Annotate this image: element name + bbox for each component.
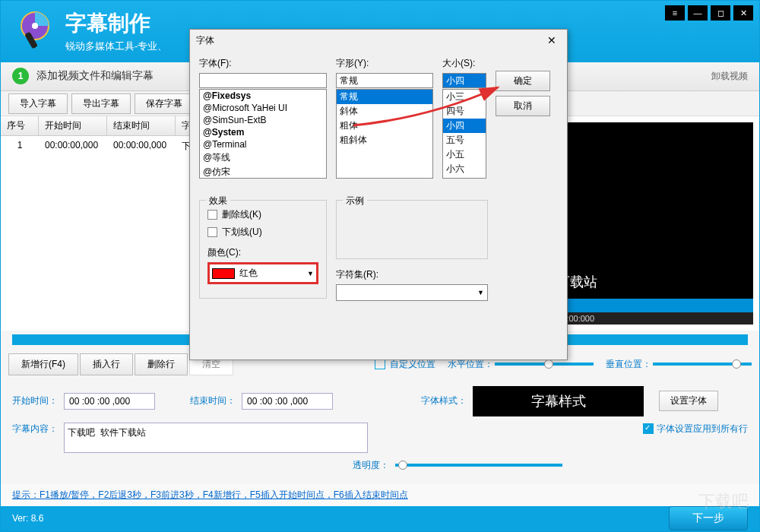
charset-select[interactable]: ▼ [336, 284, 488, 301]
font-preview-box: 字幕样式 [473, 386, 644, 416]
effects-group-label: 效果 [206, 195, 230, 207]
subtitle-content-textarea[interactable]: 下载吧 软件下载站 [64, 423, 368, 453]
step-number: 1 [12, 68, 29, 84]
list-item[interactable]: 斜体 [337, 104, 432, 119]
list-item[interactable]: @仿宋 [200, 165, 326, 179]
font-label: 字体(F): [199, 57, 327, 70]
app-logo-icon [12, 8, 58, 54]
dialog-close-icon[interactable]: ✕ [543, 33, 561, 48]
hint-text: 提示：F1播放/暂停，F2后退3秒，F3前进3秒，F4新增行，F5插入开始时间点… [1, 484, 759, 506]
export-subtitle-button[interactable]: 导出字幕 [71, 93, 131, 114]
content-label: 字幕内容： [12, 423, 58, 435]
insert-row-button[interactable]: 插入行 [80, 353, 133, 375]
svg-point-2 [32, 23, 38, 29]
charset-label: 字符集(R): [336, 268, 488, 281]
unload-video-link[interactable]: 卸载视频 [711, 70, 748, 83]
list-item[interactable]: 小六 [443, 162, 486, 176]
save-subtitle-button[interactable]: 保存字幕 [135, 93, 194, 114]
cancel-button[interactable]: 取消 [496, 96, 550, 116]
td-end: 00:00:00,000 [107, 138, 176, 155]
strikethrough-label: 删除线(K) [222, 208, 261, 221]
underline-label: 下划线(U) [222, 226, 262, 239]
set-font-button[interactable]: 设置字体 [659, 391, 718, 411]
version-label: Ver: 8.6 [12, 513, 43, 524]
status-bar: Ver: 8.6 下一步 [1, 506, 759, 531]
list-item[interactable]: 小五 [443, 147, 486, 162]
td-num: 1 [1, 138, 39, 155]
font-listbox[interactable]: @Fixedsys @Microsoft YaHei UI @SimSun-Ex… [199, 89, 327, 179]
list-item[interactable]: @System [200, 126, 326, 138]
list-item[interactable]: @Fixedsys [200, 90, 326, 102]
custom-position-checkbox[interactable] [375, 359, 385, 369]
apply-all-label: 字体设置应用到所有行 [657, 423, 748, 435]
end-time-label: 结束时间： [190, 394, 236, 407]
vertical-slider[interactable] [653, 363, 752, 366]
list-item[interactable]: @SimSun-ExtB [200, 114, 326, 126]
list-item[interactable]: 五号 [443, 133, 486, 147]
color-select[interactable]: 红色 ▼ [207, 262, 318, 284]
font-size-input[interactable] [442, 73, 486, 88]
settings-icon[interactable]: ≡ [665, 5, 685, 21]
add-row-button[interactable]: 新增行(F4) [8, 353, 78, 375]
list-item[interactable]: 小四 [443, 119, 486, 133]
vertical-label: 垂直位置： [606, 358, 651, 371]
font-name-input[interactable] [199, 73, 327, 88]
opacity-slider[interactable] [395, 464, 562, 467]
ok-button[interactable]: 确定 [496, 71, 550, 91]
close-icon[interactable]: ✕ [733, 5, 753, 21]
font-style-input[interactable] [336, 73, 433, 88]
apply-all-checkbox[interactable] [643, 423, 654, 434]
th-start: 开始时间 [39, 116, 107, 135]
delete-row-button[interactable]: 删除行 [135, 353, 188, 375]
opacity-label: 透明度： [353, 459, 389, 472]
list-item[interactable]: @Microsoft YaHei UI [200, 102, 326, 114]
font-style-label: 字体样式： [421, 394, 467, 407]
th-num: 序号 [1, 116, 39, 135]
style-listbox[interactable]: 常规 斜体 粗体 粗斜体 [336, 89, 433, 179]
next-button[interactable]: 下一步 [669, 506, 748, 530]
font-dialog: 字体 ✕ 字体(F): @Fixedsys @Microsoft YaHei U… [189, 29, 568, 360]
horizontal-slider[interactable] [495, 363, 594, 366]
step-label: 添加视频文件和编辑字幕 [36, 69, 154, 83]
size-label: 大小(S): [442, 57, 486, 70]
th-end: 结束时间 [107, 116, 176, 135]
sample-group-label: 示例 [343, 195, 367, 207]
maximize-icon[interactable]: ◻ [711, 5, 730, 21]
color-swatch-icon [212, 268, 235, 279]
size-listbox[interactable]: 小三 四号 小四 五号 小五 小六 [442, 89, 486, 179]
app-title: 字幕制作 [65, 9, 167, 38]
list-item[interactable]: 粗体 [337, 119, 432, 133]
list-item[interactable]: 粗斜体 [337, 133, 432, 147]
chevron-down-icon: ▼ [307, 270, 314, 277]
chevron-down-icon: ▼ [477, 289, 484, 296]
color-value: 红色 [239, 267, 258, 280]
color-label: 颜色(C): [207, 246, 318, 259]
start-time-input[interactable] [64, 393, 155, 410]
list-item[interactable]: 小三 [443, 90, 486, 104]
dialog-title: 字体 [196, 34, 214, 47]
minimize-icon[interactable]: — [688, 5, 708, 21]
style-label: 字形(Y): [336, 57, 433, 70]
list-item[interactable]: @Terminal [200, 138, 326, 150]
app-subtitle: 锐动多媒体工具-专业、 [65, 40, 167, 53]
list-item[interactable]: 常规 [337, 90, 432, 104]
underline-checkbox[interactable] [207, 227, 217, 237]
start-time-label: 开始时间： [12, 394, 58, 407]
list-item[interactable]: @等线 [200, 150, 326, 165]
import-subtitle-button[interactable]: 导入字幕 [8, 93, 68, 114]
list-item[interactable]: 四号 [443, 104, 486, 119]
td-start: 00:00:00,000 [39, 138, 107, 155]
end-time-input[interactable] [242, 393, 333, 410]
strikethrough-checkbox[interactable] [207, 210, 217, 220]
